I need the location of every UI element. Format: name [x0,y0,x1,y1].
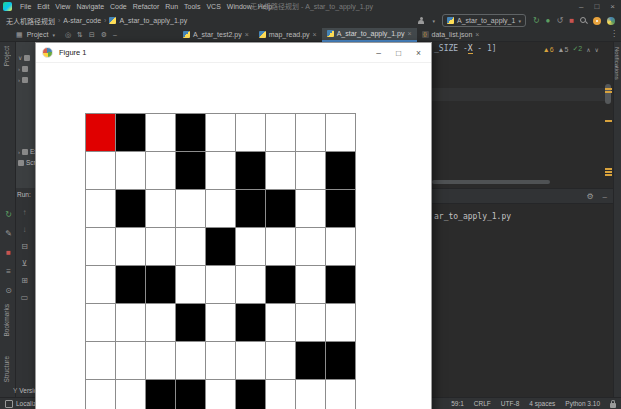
tree-item[interactable]: ∨ [16,52,35,63]
run-config-selector[interactable]: A_star_to_apply_1 ▾ [442,14,526,27]
tree-item[interactable]: › [16,63,35,74]
chevron-down-icon[interactable]: ▾ [432,18,435,24]
tab-close-icon[interactable]: × [245,31,249,38]
settings-icon[interactable]: ⚙ [586,192,593,201]
expand-icon[interactable]: ⇅ [77,31,83,39]
figure-minimize-button[interactable]: – [376,43,381,63]
minimize-button[interactable]: – [579,0,583,13]
menu-file[interactable]: File [17,0,34,13]
list-icon[interactable]: ≡ [3,267,14,277]
stop-icon[interactable]: ■ [569,16,574,26]
version-control-button[interactable]: Y Version [13,385,35,396]
grid-cell [266,342,296,380]
next-problem-icon[interactable]: ∨ [595,46,599,53]
tree-item[interactable]: Scr [16,157,35,168]
tab-data_list.json[interactable]: {}data_list.json× [417,28,485,42]
down-icon[interactable]: ↓ [19,225,30,235]
breadcrumb-item[interactable]: A_star_to_apply_1.py [119,17,187,24]
grid-cell [146,304,176,342]
maximize-button[interactable]: □ [594,0,599,13]
grid-cell [236,304,266,342]
breadcrumb-item[interactable]: 无人机路径规划 [6,16,55,26]
tab-A_star_test2.py[interactable]: A_star_test2.py× [178,28,254,42]
status-item[interactable]: Python 3.10 [565,400,600,407]
menu-navigate[interactable]: Navigate [73,0,107,13]
status-item[interactable]: UTF-8 [501,400,519,407]
pin-icon[interactable]: ⊙ [3,286,14,296]
scrollbar-thumb[interactable] [605,84,611,104]
menu-vcs[interactable]: VCS [203,0,223,13]
grid-cell [206,228,236,266]
editor-vertical-scrollbar[interactable] [604,42,613,188]
search-icon[interactable] [580,17,587,24]
collapse-icon[interactable]: ⊟ [89,31,95,39]
project-view-icon[interactable]: ▦ [16,31,23,39]
python-file-icon [183,31,190,38]
stripe-project-button[interactable]: Project [3,46,10,66]
up-icon[interactable]: ↑ [19,208,30,218]
tab-map_read.py[interactable]: map_read.py× [254,28,322,42]
user-icon[interactable] [417,17,425,25]
debug-icon[interactable]: ● [546,16,551,26]
tab-close-icon[interactable]: × [407,30,411,37]
locate-icon[interactable]: ◎ [65,31,71,39]
editor-area[interactable]: _SIZE -X - 1] ▲6▲5✓2∧∨ [432,42,621,188]
clear-icon[interactable]: ▭ [19,293,30,303]
editor-horizontal-scrollbar[interactable] [432,180,605,185]
scroll-end-icon[interactable]: ⊻ [19,259,30,269]
status-event-icon[interactable] [5,400,13,408]
menu-code[interactable]: Code [107,0,130,13]
grid-cell [236,266,266,304]
tab-options-icon[interactable]: ⋮ [610,29,618,38]
code-line[interactable]: _SIZE -X - 1] [434,44,497,53]
edit-config-icon[interactable]: ✎ [3,229,14,239]
warning-mark [605,168,612,170]
hide-icon[interactable]: – [113,31,117,39]
chevron-down-icon[interactable]: ▾ [52,32,55,38]
tab-close-icon[interactable]: × [313,31,317,38]
status-item[interactable]: CRLF [474,400,491,407]
figure-titlebar[interactable]: Figure 1 –□× [36,43,431,63]
stop-icon[interactable]: ■ [3,248,14,258]
python-file-icon [327,30,334,37]
rerun-icon[interactable]: ↻ [533,16,540,26]
stripe-structure-button[interactable]: Structure [3,356,10,382]
status-item[interactable]: 59:1 [451,400,464,407]
soft-wrap-icon[interactable]: ⊟ [19,242,30,252]
tree-item[interactable]: ›Ext [16,146,35,157]
close-button[interactable]: × [610,0,615,13]
grid-cell [296,152,326,190]
menu-view[interactable]: View [52,0,73,13]
stripe-bookmarks-button[interactable]: Bookmarks [3,304,10,337]
hide-icon[interactable]: – [603,192,607,201]
lock-icon[interactable] [610,403,616,408]
menu-run[interactable]: Run [162,0,181,13]
print-icon[interactable]: ⊞ [19,276,30,286]
menu-edit[interactable]: Edit [34,0,52,13]
matplotlib-figure-window[interactable]: Figure 1 –□× [35,42,432,409]
tab-close-icon[interactable]: × [475,31,479,38]
rerun-icon[interactable]: ↻ [3,210,14,220]
tab-A_star_to_apply_1.py[interactable]: A_star_to_apply_1.py× [322,28,417,42]
grid-cell [326,266,356,304]
figure-canvas[interactable] [36,63,431,409]
grid-cell [266,190,296,228]
stripe-notifications-button[interactable]: Notifications [614,47,620,80]
inspections-widget[interactable]: ▲6▲5✓2∧∨ [543,45,599,53]
breadcrumb-item[interactable]: A-star_code [63,17,101,24]
project-panel-title[interactable]: Project [27,31,49,38]
menu-refactor[interactable]: Refactor [130,0,162,13]
grid-cell [86,342,116,380]
console-output[interactable]: ar_to_apply_1.py [434,212,511,221]
plugin-sphere-icon[interactable] [607,17,615,25]
figure-close-button[interactable]: × [416,43,421,63]
prev-problem-icon[interactable]: ∧ [586,46,590,53]
settings-icon[interactable]: ⚙ [101,31,107,39]
editor-tabs: A_star_test2.py×map_read.py×A_star_to_ap… [178,28,484,42]
notification-icon[interactable] [593,17,601,25]
tree-item[interactable]: › [16,74,35,85]
menu-tools[interactable]: Tools [181,0,203,13]
coverage-icon[interactable]: ↺ [556,16,563,26]
figure-maximize-button[interactable]: □ [396,43,401,63]
status-item[interactable]: 4 spaces [529,400,555,407]
